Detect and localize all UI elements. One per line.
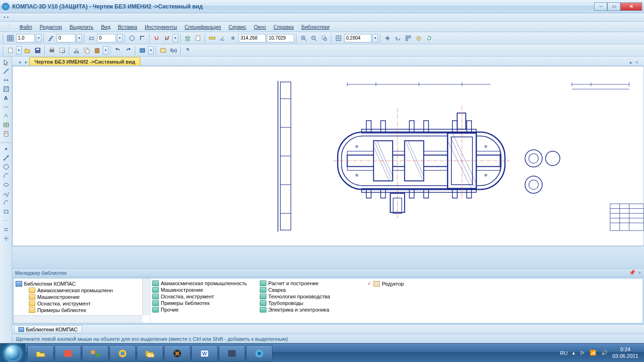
fx-icon[interactable]: f(x) [169,46,178,55]
aux-icon[interactable] [2,217,10,224]
scale-dropdown[interactable]: ▾ [36,34,41,42]
minimize-button[interactable]: ─ [594,2,607,11]
snap1-icon[interactable] [152,33,161,43]
rough-icon[interactable] [2,112,10,120]
snap-dropdown[interactable]: ▾ [173,34,178,42]
document-tab[interactable]: Чертеж БЕЗ ИМЕНИ2 ->Системный вид [29,57,140,66]
open-icon[interactable] [23,46,32,55]
flag-icon[interactable]: 🏳 [580,350,585,356]
close-button[interactable]: ✕ [620,2,642,11]
seg-icon[interactable] [2,154,10,162]
copy-icon[interactable] [82,46,91,55]
menu-editor[interactable]: Редактор [37,23,65,31]
lib-item[interactable]: Прочие [152,307,256,313]
pan-icon[interactable] [383,33,392,43]
dim-icon[interactable] [2,76,10,84]
sound-icon[interactable]: 🔊 [601,350,608,356]
library-tree[interactable]: Библиотеки КОМПАС Авиакосмическая промыш… [14,279,150,323]
paste-icon[interactable] [92,46,102,55]
pointer-icon[interactable] [2,58,10,66]
lib-item[interactable]: Оснастка, инструмент [152,294,256,299]
style-dropdown[interactable]: ▾ [117,34,123,42]
cut-icon[interactable] [72,46,81,55]
step-icon[interactable] [46,33,56,43]
paste-dropdown[interactable]: ▾ [103,46,108,55]
clock[interactable]: 0:24 03.06.2011 [612,346,638,359]
lib-item-reducer[interactable]: ✓Редуктор [367,280,471,287]
menu-file[interactable]: Файл [17,23,35,31]
views-icon[interactable] [404,33,413,43]
arc-icon[interactable] [2,172,10,180]
menu-service[interactable]: Сервис [226,23,249,31]
maximize-button[interactable]: ▭ [607,2,620,11]
var-icon[interactable] [158,46,168,55]
zoom-fit-icon[interactable] [334,33,343,43]
rotate-icon[interactable] [393,33,403,43]
zoom-input[interactable] [344,34,372,42]
zoom-in-icon[interactable] [299,33,308,43]
menu-spec[interactable]: Спецификация [182,23,224,31]
vscrollbar[interactable] [142,279,150,315]
hscrollbar[interactable] [14,315,142,323]
lib-item[interactable]: Авиакосмическая промышленность [152,280,256,286]
coord-y-input[interactable] [267,34,294,42]
tray-up-icon[interactable]: ▴ [572,350,575,356]
menu-view[interactable]: Вид [98,23,113,31]
task-app3[interactable] [164,345,190,362]
tab-close-icon[interactable]: × [636,59,638,66]
text-icon[interactable]: A [2,94,10,102]
step-input[interactable] [57,34,75,42]
style-icon[interactable] [87,33,96,43]
ruler-icon[interactable] [207,33,217,43]
task-app1[interactable] [55,345,81,362]
lib-item[interactable]: Расчет и построение [260,280,363,286]
tab-prev[interactable]: ◂ [16,58,23,66]
circle-icon[interactable] [127,33,137,43]
style-input[interactable] [97,34,116,42]
point-icon[interactable] [2,145,10,153]
line-icon[interactable] [2,67,10,75]
pin-icon[interactable]: 📌 [629,270,636,276]
spec-icon[interactable] [2,130,10,138]
libmgr-icon[interactable] [138,46,147,55]
menu-window[interactable]: Окно [251,23,269,31]
menu-select[interactable]: Выделить [66,23,96,31]
menu-tools[interactable]: Инструменты [142,23,180,31]
panel-close-icon[interactable]: × [638,270,641,276]
print-icon[interactable] [47,46,57,55]
doc-icon[interactable] [193,33,203,43]
preview-icon[interactable] [58,46,67,55]
task-word[interactable]: W [191,345,218,362]
layers-icon[interactable] [183,33,192,43]
zoom-window-icon[interactable] [320,33,329,43]
trim-icon[interactable] [2,235,10,242]
lib-item[interactable]: Технология производства [260,294,363,299]
zoom-out-icon[interactable] [309,33,319,43]
grid-icon[interactable] [6,33,15,43]
tab-nav-icon[interactable]: ▸ [630,59,633,66]
rect-icon[interactable] [2,208,10,215]
task-explorer[interactable] [27,345,54,362]
drawing-canvas[interactable] [12,66,644,246]
table-icon[interactable] [2,121,10,129]
task-folders[interactable] [137,345,163,362]
snap2-icon[interactable] [162,33,172,43]
menu-libs[interactable]: Библиотеки [298,23,332,31]
network-icon[interactable]: 📶 [590,350,596,356]
ellipse-icon[interactable] [2,181,10,189]
coord-x-icon[interactable]: ⊕ [228,33,238,43]
help-icon[interactable] [183,46,192,55]
lib-item[interactable]: Машиностроение [152,287,256,293]
coord-x-input[interactable] [239,34,266,42]
zoom-dropdown[interactable]: ▾ [372,34,378,42]
spline-icon[interactable] [2,190,10,197]
task-chrome[interactable] [109,345,136,362]
task-app4[interactable] [219,345,245,362]
redo-icon[interactable] [124,46,133,55]
step-dropdown[interactable]: ▾ [76,34,82,42]
menu-insert[interactable]: Вставка [115,23,140,31]
tab-next[interactable]: ▸ [23,58,29,66]
new-dropdown[interactable]: ▾ [16,46,22,55]
offset-icon[interactable] [2,226,10,233]
ortho-icon[interactable] [138,33,147,43]
